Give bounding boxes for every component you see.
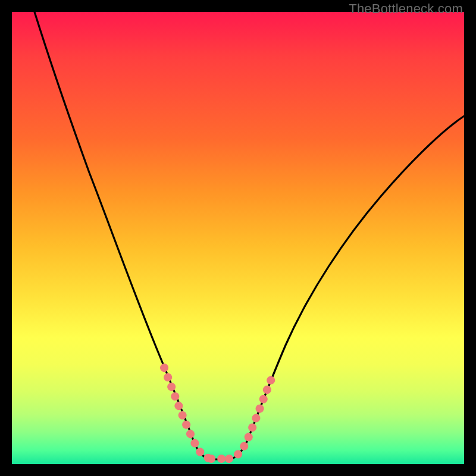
highlight-segment-left: [164, 368, 211, 459]
chart-plot-area: [12, 12, 464, 464]
bottleneck-curve: [35, 12, 464, 459]
highlight-segment-right: [229, 376, 273, 459]
chart-frame: TheBottleneck.com: [0, 0, 476, 476]
chart-svg: [12, 12, 464, 464]
watermark-text: TheBottleneck.com: [349, 1, 463, 17]
